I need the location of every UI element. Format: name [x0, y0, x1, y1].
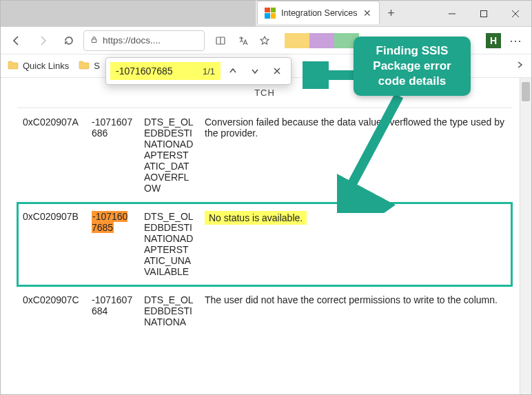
browser-tab-active[interactable]: Integration Services ✕ — [257, 1, 380, 24]
bookmark-folder-s[interactable]: S — [79, 60, 100, 72]
cell-symbol: DTS_E_OLEDBDESTINATIONADAPTERSTATIC_DATA… — [139, 108, 199, 203]
window-titlebar: Integration Services ✕ + — [1, 1, 531, 27]
find-query-text: -1071607685 — [116, 65, 173, 77]
find-count: 1/1 — [203, 66, 215, 77]
table-row-highlighted: 0xC020907B -1071607685 DTS_E_OLEDBDESTIN… — [17, 203, 512, 286]
address-field[interactable]: https://docs.... — [83, 30, 205, 51]
bookmark-label: Quick Links — [23, 61, 69, 71]
cell-symbol: DTS_E_OLEDBDESTINATIONA — [139, 286, 199, 336]
callout-text: Finding SSIS Package error code details — [354, 37, 471, 96]
find-in-page-bar: -1071607685 1/1 — [105, 57, 291, 85]
forward-button[interactable] — [31, 30, 54, 52]
microsoft-icon — [265, 8, 276, 19]
extension-badge[interactable]: H — [486, 33, 501, 48]
svg-line-9 — [344, 96, 399, 199]
reading-view-icon[interactable] — [210, 30, 231, 51]
bookmark-folder-quicklinks[interactable]: Quick Links — [8, 60, 69, 72]
window-controls — [436, 1, 531, 26]
window-close-button[interactable] — [500, 1, 531, 26]
svg-rect-1 — [481, 10, 487, 17]
tab-close-icon[interactable]: ✕ — [362, 8, 372, 19]
favorite-icon[interactable] — [254, 30, 275, 51]
table-row: 0xC020907C -1071607684 DTS_E_OLEDBDESTIN… — [17, 286, 512, 336]
find-close-button[interactable] — [267, 61, 287, 81]
page-content: TCH 0xC020907A -1071607686 DTS_E_OLEDBDE… — [1, 78, 531, 395]
cell-dec: -1071607685 — [86, 203, 139, 286]
table-row: 0xC020907A -1071607686 DTS_E_OLEDBDESTIN… — [17, 108, 512, 203]
vertical-scrollbar[interactable] — [520, 78, 531, 395]
find-next-button[interactable] — [245, 61, 265, 81]
lock-icon — [90, 35, 99, 46]
annotation-callout: Finding SSIS Package error code details — [354, 37, 471, 96]
folder-icon — [8, 60, 19, 72]
cell-dec: -1071607684 — [86, 286, 139, 336]
bookmark-label: S — [94, 61, 100, 71]
translate-icon[interactable] — [232, 30, 253, 51]
annotation-arrow-icon — [337, 89, 413, 213]
refresh-button[interactable] — [57, 30, 81, 52]
cell-hex: 0xC020907C — [17, 286, 86, 336]
folder-icon — [79, 60, 90, 72]
url-text: https://docs.... — [103, 35, 161, 45]
color-swatch-purple[interactable] — [309, 33, 334, 48]
error-code-table: 0xC020907A -1071607686 DTS_E_OLEDBDESTIN… — [17, 108, 512, 336]
new-tab-button[interactable]: + — [380, 1, 402, 26]
back-button[interactable] — [5, 30, 28, 52]
cell-hex: 0xC020907B — [17, 203, 86, 286]
desc-highlight: No status is available. — [205, 211, 307, 225]
tab-strip-blank — [1, 1, 256, 26]
find-prev-button[interactable] — [223, 61, 243, 81]
find-input[interactable]: -1071607685 1/1 — [110, 62, 221, 80]
svg-rect-4 — [92, 39, 96, 42]
cell-hex: 0xC020907A — [17, 108, 86, 203]
settings-menu-button[interactable]: ⋯ — [504, 33, 527, 48]
vertical-color-tabs — [285, 33, 359, 48]
color-swatch-yellow[interactable] — [285, 33, 309, 48]
maximize-button[interactable] — [468, 1, 500, 26]
cell-dec: -1071607686 — [86, 108, 139, 203]
cell-symbol: DTS_E_OLEDBDESTINATIONADAPTERSTATIC_UNAV… — [139, 203, 199, 286]
cell-desc: The user did not have the correct permis… — [199, 286, 512, 336]
scrollbar-thumb[interactable] — [522, 82, 530, 101]
find-match-highlight: -1071607685 — [92, 211, 127, 233]
cell-desc: No status is available. — [199, 203, 512, 286]
bookmarks-overflow-button[interactable] — [515, 60, 524, 72]
tab-title: Integration Services — [281, 8, 357, 18]
minimize-button[interactable] — [436, 1, 468, 26]
